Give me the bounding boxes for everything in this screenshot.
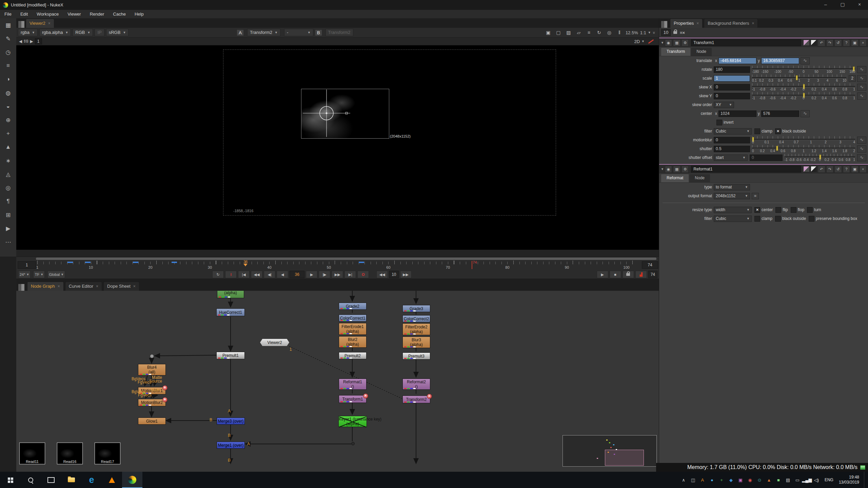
- step-back-button-2[interactable]: ◀|: [264, 271, 275, 278]
- center-viewer-icon[interactable]: ◉: [665, 39, 672, 46]
- vlc-button[interactable]: [102, 472, 122, 488]
- in-out-button[interactable]: I: [225, 271, 237, 278]
- record-button[interactable]: O: [357, 271, 369, 278]
- shutter-offset-select[interactable]: start▼: [714, 155, 748, 161]
- transform-icon[interactable]: +: [0, 127, 16, 140]
- frame-increment-field[interactable]: 10: [389, 271, 398, 278]
- animation-curve-button[interactable]: ∿: [801, 57, 810, 64]
- pane-menu-icon[interactable]: [18, 21, 24, 28]
- monitor-out-icon[interactable]: ▦: [673, 166, 680, 173]
- gain-label[interactable]: f/8: [24, 39, 28, 44]
- help-icon[interactable]: ?: [843, 39, 850, 46]
- help-icon[interactable]: ?: [843, 166, 850, 173]
- node-color-swatch[interactable]: [803, 40, 810, 46]
- tray-autodesk-icon[interactable]: A: [698, 476, 707, 484]
- transform2-node[interactable]: Transform2A: [402, 395, 430, 403]
- fps-select[interactable]: 24*▼: [18, 271, 31, 278]
- range-start-field[interactable]: 1: [18, 261, 36, 269]
- tab-reformat[interactable]: Reformat: [661, 174, 689, 182]
- language-indicator[interactable]: ENG: [822, 477, 836, 482]
- clamp-checkbox[interactable]: [754, 216, 760, 222]
- tab-transform[interactable]: Transform: [661, 48, 690, 56]
- resize-type-select[interactable]: width▼: [714, 207, 752, 213]
- toolsets-icon[interactable]: ⊞: [0, 208, 16, 222]
- draw-icon[interactable]: ✎: [0, 32, 16, 45]
- start-button[interactable]: [0, 472, 20, 488]
- keyer-icon[interactable]: ◒: [0, 100, 16, 113]
- skew-Y-field[interactable]: 0: [714, 93, 750, 99]
- graph-dot[interactable]: [150, 354, 154, 358]
- pause-icon[interactable]: ‖: [615, 29, 624, 36]
- redo-icon[interactable]: ↷: [826, 166, 833, 173]
- tab-dope-sheet[interactable]: Dope Sheet×: [103, 282, 139, 291]
- animation-curve-button[interactable]: ∿: [857, 154, 866, 161]
- param-slider[interactable]: -1-0.8-0.6-0.4-0.200.20.40.60.81: [752, 92, 855, 100]
- slider-handle[interactable]: [796, 75, 798, 80]
- metadata-icon[interactable]: ¶: [0, 195, 16, 208]
- tray-app-icon[interactable]: ▣: [736, 476, 745, 484]
- tray-expand-icon[interactable]: ∧: [679, 476, 688, 484]
- range-end-field[interactable]: 74: [642, 261, 658, 269]
- colorcorrect2-node[interactable]: ColorCorrect2: [402, 315, 430, 322]
- filter-select[interactable]: Cubic▼: [714, 128, 752, 135]
- close-all-panels-icon[interactable]: ≡×: [680, 30, 685, 35]
- reformat1-node[interactable]: Reformat1(): [339, 379, 367, 390]
- center-x-field[interactable]: 1024: [718, 110, 756, 117]
- animation-curve-button[interactable]: ∿: [857, 137, 866, 144]
- filtererode2-node[interactable]: FilterErode2(alpha): [402, 323, 430, 335]
- clamp-checkbox[interactable]: [754, 128, 760, 134]
- a-buffer-tag[interactable]: A: [237, 30, 243, 36]
- display-select[interactable]: RGB▼: [73, 29, 93, 36]
- menu-workspace[interactable]: Workspace: [32, 12, 63, 17]
- reformat2-node[interactable]: Reformat2(): [402, 379, 430, 390]
- view-mode-select[interactable]: 2D▼: [634, 39, 645, 44]
- tray-record-icon[interactable]: ◉: [746, 476, 754, 484]
- huecorrect1-node[interactable]: HueCorrect1: [216, 308, 245, 316]
- black-outside-checkbox[interactable]: ×: [775, 128, 781, 134]
- animation-curve-button[interactable]: ∿: [801, 110, 810, 117]
- step-fwd-button-2[interactable]: ▶▶: [332, 271, 343, 278]
- float-panel-icon[interactable]: ▣: [851, 166, 858, 173]
- range-mode-select[interactable]: Global▼: [47, 271, 65, 278]
- premult3-node[interactable]: Premult3: [402, 352, 430, 360]
- scale-field[interactable]: 1: [714, 75, 750, 82]
- blur2-node[interactable]: Blur2(alpha): [339, 336, 367, 348]
- tab-curve-editor[interactable]: Curve Editor×: [65, 282, 102, 291]
- node-settings-icon[interactable]: ⚙: [682, 39, 689, 46]
- graph-dot[interactable]: [351, 442, 355, 445]
- image-icon[interactable]: ▦: [0, 18, 16, 32]
- gain-prev-icon[interactable]: ◀: [19, 39, 22, 44]
- flip-checkbox[interactable]: [775, 207, 781, 213]
- rotate-field[interactable]: 180: [714, 66, 750, 73]
- file-explorer-button[interactable]: [61, 472, 81, 488]
- roi-icon[interactable]: ▨: [565, 29, 573, 36]
- tray-cloud-icon[interactable]: ⊙: [755, 476, 764, 484]
- gl-color-swatch[interactable]: [811, 40, 817, 46]
- slider-handle[interactable]: [776, 146, 778, 151]
- nukex-button[interactable]: [122, 472, 142, 488]
- tray-sync-icon[interactable]: ◆: [727, 476, 735, 484]
- animation-curve-button[interactable]: ∿: [857, 145, 866, 152]
- viewer-canvas[interactable]: -1858,-1816 (2048x1152): [16, 45, 659, 250]
- tray-usb-icon[interactable]: ▤: [784, 476, 792, 484]
- tray-battery-icon[interactable]: ▭: [793, 476, 802, 484]
- float-panel-icon[interactable]: ▣: [851, 39, 858, 46]
- show-desktop-button[interactable]: [864, 472, 866, 488]
- maximize-button[interactable]: ▢: [834, 0, 851, 10]
- collapse-controls-icon[interactable]: »: [652, 31, 657, 34]
- keyer1-node[interactable]: Keyer1 (luminance key)(alpha): [338, 416, 367, 427]
- b-buffer-tag[interactable]: B: [315, 30, 322, 36]
- param-slider[interactable]: -180-150-100-50050100150180: [752, 65, 855, 74]
- tray-network-icon[interactable]: ▂▄▆: [803, 476, 811, 484]
- menu-edit[interactable]: Edit: [16, 12, 32, 17]
- node-graph[interactable]: (alpha)HueCorrect1Premult1Viewer2Blur4(a…: [16, 291, 659, 472]
- flop-checkbox[interactable]: [791, 207, 796, 213]
- param-slider[interactable]: 0.10.20.30.40.61234610: [752, 74, 846, 82]
- filtererode1-node[interactable]: FilterErode1(alpha): [339, 323, 367, 335]
- tab-node[interactable]: Node: [691, 48, 712, 56]
- grade3-node[interactable]: Grade3: [402, 305, 430, 312]
- node-graph-minimap[interactable]: [563, 435, 657, 467]
- read17-node[interactable]: Read17: [95, 443, 120, 464]
- black-outside-checkbox[interactable]: [775, 216, 781, 222]
- turn-checkbox[interactable]: [807, 207, 813, 213]
